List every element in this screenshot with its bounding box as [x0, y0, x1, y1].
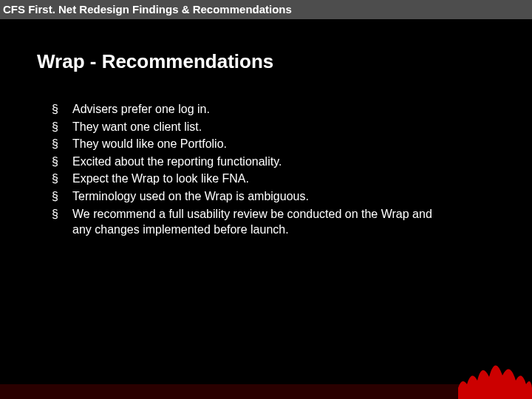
- bullet-list: Advisers prefer one log in. They want on…: [52, 101, 451, 238]
- list-item: Terminology used on the Wrap is ambiguou…: [52, 188, 451, 205]
- list-item: We recommend a full usability review be …: [52, 206, 451, 238]
- header-bar: CFS First. Net Redesign Findings & Recom…: [0, 0, 532, 19]
- list-item: They would like one Portfolio.: [52, 136, 451, 152]
- header-title: CFS First. Net Redesign Findings & Recom…: [3, 3, 292, 16]
- brand-logo: [451, 347, 532, 399]
- flame-icon: [451, 347, 532, 399]
- list-item: Advisers prefer one log in.: [52, 101, 451, 117]
- slide-title: Wrap - Recommendations: [37, 50, 532, 73]
- list-item: Expect the Wrap to look like FNA.: [52, 171, 451, 187]
- list-item: Excited about the reporting functionalit…: [52, 154, 451, 170]
- list-item: They want one client list.: [52, 119, 451, 135]
